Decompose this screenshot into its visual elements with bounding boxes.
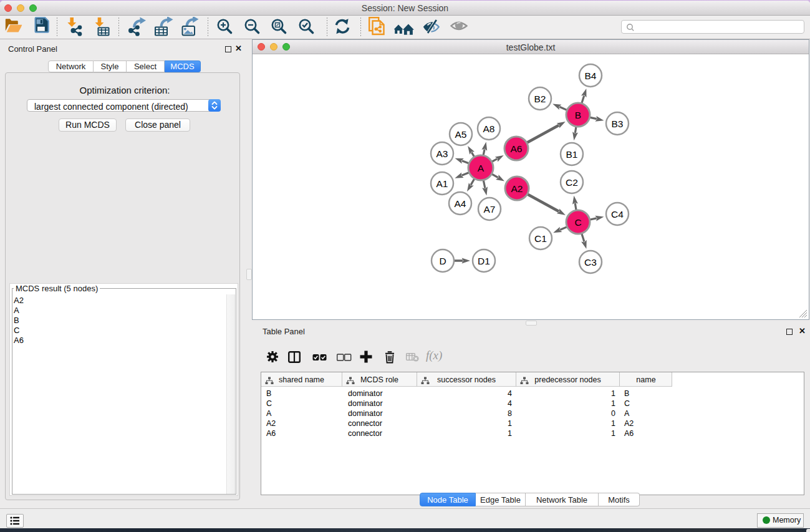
svg-text:D1: D1 [478,256,490,266]
svg-text:C: C [574,217,581,228]
svg-text:C4: C4 [611,209,624,220]
svg-text:A: A [478,163,485,173]
svg-text:B2: B2 [534,94,546,104]
svg-text:C2: C2 [566,177,578,188]
svg-text:A4: A4 [455,198,466,209]
svg-text:C3: C3 [584,257,597,268]
svg-text:A2: A2 [511,183,523,194]
svg-text:A6: A6 [511,143,523,154]
svg-text:C1: C1 [534,233,547,244]
svg-text:B1: B1 [566,149,578,160]
svg-text:B3: B3 [612,118,624,129]
svg-text:A1: A1 [436,178,448,189]
svg-text:A7: A7 [484,204,496,215]
svg-text:A8: A8 [483,123,495,134]
svg-text:A3: A3 [436,148,448,159]
svg-text:B4: B4 [585,70,597,81]
svg-text:A5: A5 [455,129,467,140]
svg-text:B: B [575,110,581,120]
svg-text:D: D [439,256,446,266]
